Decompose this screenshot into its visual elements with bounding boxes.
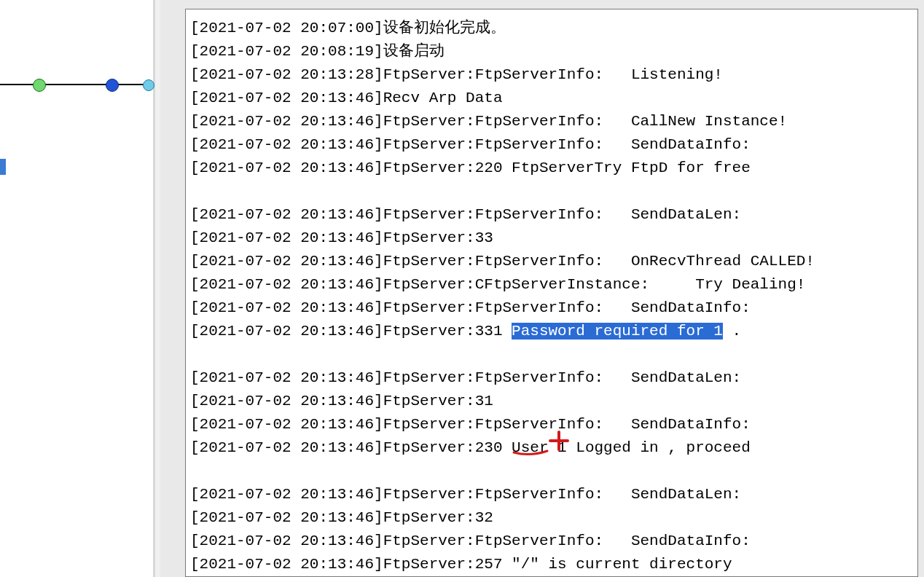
log-timestamp: [2021-07-02 20:13:46] xyxy=(190,229,383,246)
log-timestamp: [2021-07-02 20:13:46] xyxy=(190,533,383,549)
log-timestamp: [2021-07-02 20:13:46] xyxy=(190,136,383,153)
log-message: FtpServer:32 xyxy=(383,509,493,526)
log-timestamp: [2021-07-02 20:13:46] xyxy=(190,393,383,409)
log-line[interactable]: [2021-07-02 20:13:46]FtpServer:331 Passw… xyxy=(190,320,913,343)
log-timestamp: [2021-07-02 20:13:46] xyxy=(190,486,383,503)
log-output[interactable]: [2021-07-02 20:07:00]设备初始化完成。[2021-07-02… xyxy=(185,9,918,577)
log-message: FtpServer:257 "/" is current directory xyxy=(383,556,732,573)
log-line[interactable]: [2021-07-02 20:13:46]FtpServer:FtpServer… xyxy=(190,366,913,390)
log-message: FtpServer:FtpServerInfo: OnRecvThread CA… xyxy=(383,253,815,270)
log-line[interactable]: [2021-07-02 20:13:46]FtpServer:CFtpServe… xyxy=(190,273,913,297)
log-message: FtpServer:31 xyxy=(383,393,493,409)
log-line[interactable]: [2021-07-02 20:13:46]FtpServer:230 User … xyxy=(190,436,913,460)
log-timestamp: [2021-07-02 20:13:46] xyxy=(190,160,383,176)
log-line[interactable]: [2021-07-02 20:13:46]FtpServer:FtpServer… xyxy=(190,530,913,553)
log-timestamp: [2021-07-02 20:13:46] xyxy=(190,323,383,339)
log-message: Recv Arp Data xyxy=(383,90,503,106)
log-line[interactable]: [2021-07-02 20:13:46]FtpServer:31 xyxy=(190,390,913,413)
log-line[interactable]: [2021-07-02 20:13:46]FtpServer:FtpServer… xyxy=(190,133,913,157)
log-message: . xyxy=(723,323,741,339)
log-message: FtpServer:230 User 1 Logged in , proceed xyxy=(383,439,751,456)
log-message: 设备初始化完成。 xyxy=(383,20,506,36)
log-blank-line xyxy=(190,180,913,203)
topology-node-cyan[interactable] xyxy=(143,79,154,91)
diagram-pane xyxy=(0,0,155,577)
log-message: FtpServer:FtpServerInfo: SendDataInfo: xyxy=(383,299,751,316)
selected-text[interactable]: Password required for 1 xyxy=(512,323,723,339)
topology-wire xyxy=(0,84,153,85)
log-line[interactable]: [2021-07-02 20:13:46]FtpServer:FtpServer… xyxy=(190,483,913,506)
log-message: FtpServer:FtpServerInfo: SendDataInfo: xyxy=(383,416,751,433)
log-message: FtpServer:FtpServerInfo: CallNew Instanc… xyxy=(383,113,788,130)
log-timestamp: [2021-07-02 20:13:46] xyxy=(190,299,383,316)
log-blank-line xyxy=(190,343,913,366)
log-line[interactable]: [2021-07-02 20:13:46]FtpServer:FtpServer… xyxy=(190,297,913,320)
log-timestamp: [2021-07-02 20:13:46] xyxy=(190,276,383,293)
topology-node-blue[interactable] xyxy=(106,79,119,92)
log-line[interactable]: [2021-07-02 20:13:46]FtpServer:32 xyxy=(190,506,913,530)
log-message: FtpServer:FtpServerInfo: SendDataInfo: xyxy=(383,136,751,153)
log-line[interactable]: [2021-07-02 20:13:46]FtpServer:FtpServer… xyxy=(190,413,913,436)
log-line[interactable]: [2021-07-02 20:13:46]FtpServer:220 FtpSe… xyxy=(190,157,913,180)
log-message: FtpServer:FtpServerInfo: SendDataInfo: xyxy=(383,533,751,549)
log-line[interactable]: [2021-07-02 20:13:46]FtpServer:257 "/" i… xyxy=(190,553,913,576)
log-pane-wrapper: [2021-07-02 20:07:00]设备初始化完成。[2021-07-02… xyxy=(160,0,924,577)
log-message: FtpServer:331 xyxy=(383,323,512,339)
log-message: FtpServer:FtpServerInfo: SendDataLen: xyxy=(383,486,741,503)
log-message: FtpServer:33 xyxy=(383,229,493,246)
side-handle[interactable] xyxy=(0,159,6,175)
log-message: FtpServer:220 FtpServerTry FtpD for free xyxy=(383,160,751,176)
log-timestamp: [2021-07-02 20:13:46] xyxy=(190,439,383,456)
topology-node-green[interactable] xyxy=(33,79,46,92)
log-line[interactable]: [2021-07-02 20:08:19]设备启动 xyxy=(190,40,913,63)
log-message: 设备启动 xyxy=(383,43,445,60)
log-timestamp: [2021-07-02 20:13:28] xyxy=(190,66,383,83)
log-line[interactable]: [2021-07-02 20:13:46]FtpServer:FtpServer… xyxy=(190,203,913,227)
log-message: FtpServer:FtpServerInfo: SendDataLen: xyxy=(383,369,741,386)
log-timestamp: [2021-07-02 20:13:46] xyxy=(190,90,383,106)
log-line[interactable]: [2021-07-02 20:07:00]设备初始化完成。 xyxy=(190,17,913,40)
log-message: FtpServer:CFtpServerInstance: Try Dealin… xyxy=(383,276,806,293)
log-line[interactable]: [2021-07-02 20:13:46]FtpServer:33 xyxy=(190,227,913,250)
log-timestamp: [2021-07-02 20:13:46] xyxy=(190,113,383,130)
log-timestamp: [2021-07-02 20:08:19] xyxy=(190,43,383,60)
log-timestamp: [2021-07-02 20:07:00] xyxy=(190,20,383,36)
log-blank-line xyxy=(190,460,913,483)
log-message: FtpServer:FtpServerInfo: Listening! xyxy=(383,66,723,83)
log-timestamp: [2021-07-02 20:13:46] xyxy=(190,556,383,573)
topology-line xyxy=(0,79,153,90)
log-line[interactable]: [2021-07-02 20:13:28]FtpServer:FtpServer… xyxy=(190,63,913,87)
log-message: FtpServer:FtpServerInfo: SendDataLen: xyxy=(383,206,741,223)
log-timestamp: [2021-07-02 20:13:46] xyxy=(190,509,383,526)
log-timestamp: [2021-07-02 20:13:46] xyxy=(190,416,383,433)
log-timestamp: [2021-07-02 20:13:46] xyxy=(190,253,383,270)
log-line[interactable]: [2021-07-02 20:13:46]FtpServer:FtpServer… xyxy=(190,110,913,133)
log-line[interactable]: [2021-07-02 20:13:46]FtpServer:FtpServer… xyxy=(190,250,913,273)
log-timestamp: [2021-07-02 20:13:46] xyxy=(190,369,383,386)
log-timestamp: [2021-07-02 20:13:46] xyxy=(190,206,383,223)
log-line[interactable]: [2021-07-02 20:13:46]Recv Arp Data xyxy=(190,87,913,110)
